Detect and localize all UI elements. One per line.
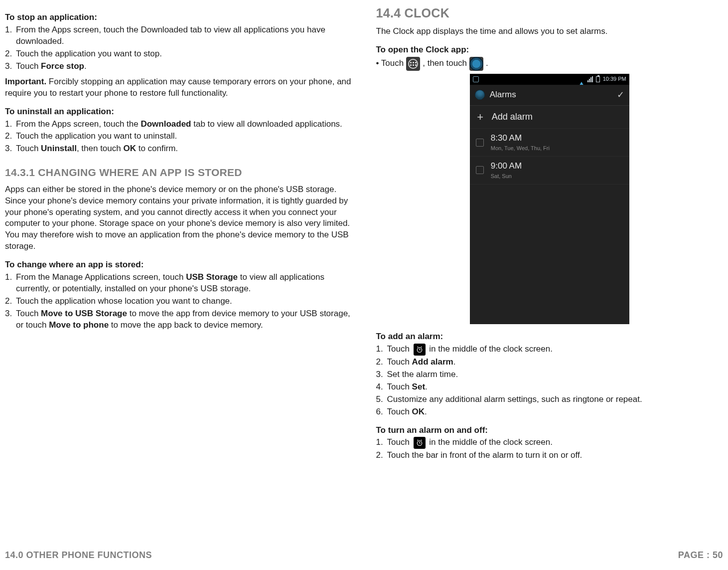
status-bar: 10:39 PM [470,74,629,85]
open-clock-line: • Touch , then touch . [376,57,724,71]
alarm-row[interactable]: 9:00 AM Sat, Sun [470,157,629,185]
list-item: 2.Touch the bar in front of the alarm to… [376,450,724,461]
alarm-row[interactable]: 8:30 AM Mon, Tue, Wed, Thu, Fri [470,129,629,157]
status-time: 10:39 PM [603,75,626,83]
alarm-time: 9:00 AM [491,161,522,172]
list-item: 2.Touch the application you want to stop… [5,48,352,60]
alarm-days: Sat, Sun [491,173,522,180]
svg-line-3 [417,347,418,347]
svg-line-8 [417,440,418,440]
list-item: 6.Touch OK. [376,406,724,418]
uninstall-steps: 1.From the Apps screen, touch the Downlo… [5,119,352,155]
svg-line-4 [421,347,422,347]
battery-icon [596,76,600,82]
signal-icon [587,76,593,82]
storage-paragraph: Apps can either be stored in the phone's… [5,184,352,253]
list-item: 1.From the Manage Applications screen, t… [5,272,352,295]
important-note: Important. Forcibly stopping an applicat… [5,76,352,99]
toggle-alarm-steps: 1.Touch in the middle of the clock scree… [376,437,724,461]
list-item: 3.Set the alarm time. [376,369,724,380]
wifi-icon [579,75,584,83]
section-heading-14-3-1: 14.3.1 CHANGING WHERE AN APP IS STORED [5,166,352,180]
app-bar: Alarms ✓ [470,85,629,106]
right-column: 14.4 CLOCK The Clock app displays the ti… [376,5,724,534]
heading-stop-app: To stop an application: [5,12,352,23]
heading-add-alarm: To add an alarm: [376,331,724,343]
list-item: 3.Touch Force stop. [5,61,352,72]
list-item: 2.Touch Add alarm. [376,357,724,368]
left-column: To stop an application: 1.From the Apps … [5,5,352,534]
add-alarm-steps: 1.Touch in the middle of the clock scree… [376,344,724,418]
alarm-appbar-icon [475,90,485,100]
clock-app-icon [469,57,483,71]
alarm-icon [414,344,426,356]
alarm-time: 8:30 AM [491,133,550,144]
appbar-title: Alarms [490,89,612,101]
svg-line-9 [421,440,422,440]
heading-change-storage: To change where an app is stored: [5,259,352,271]
stop-app-steps: 1.From the Apps screen, touch the Downlo… [5,24,352,72]
list-item: 5.Customize any additional alarm setting… [376,394,724,405]
list-item: 2.Touch the application whose location y… [5,296,352,307]
phone-filler [470,185,629,324]
debug-icon [473,76,479,82]
change-storage-steps: 1.From the Manage Applications screen, t… [5,272,352,331]
plus-icon: + [476,110,485,125]
done-icon[interactable]: ✓ [617,89,624,101]
page-footer: 14.0 OTHER PHONE FUNCTIONS PAGE : 50 [5,549,723,561]
heading-toggle-alarm: To turn an alarm on and off: [376,425,724,436]
list-item: 1.Touch in the middle of the clock scree… [376,344,724,356]
heading-uninstall: To uninstall an application: [5,106,352,118]
checkbox-icon[interactable] [476,139,484,147]
section-heading-14-4: 14.4 CLOCK [376,5,724,22]
phone-screenshot: 10:39 PM Alarms ✓ + Add alarm 8:3 [376,74,724,324]
list-item: 4.Touch Set. [376,381,724,393]
apps-grid-icon [406,57,420,71]
list-item: 1.From the Apps screen, touch the Downlo… [5,119,352,130]
list-item: 1.Touch in the middle of the clock scree… [376,437,724,449]
alarm-days: Mon, Tue, Wed, Thu, Fri [491,145,550,152]
list-item: 3.Touch Uninstall, then touch OK to conf… [5,143,352,155]
list-item: 2.Touch the application you want to unin… [5,131,352,142]
checkbox-icon[interactable] [476,166,484,174]
clock-intro: The Clock app displays the time and allo… [376,26,724,37]
footer-right: PAGE : 50 [678,549,723,561]
alarm-icon [414,437,426,449]
heading-open-clock: To open the Clock app: [376,44,724,56]
list-item: 1.From the Apps screen, touch the Downlo… [5,24,352,47]
list-item: 3. Touch Move to USB Storage to move the… [5,308,352,331]
add-alarm-row[interactable]: + Add alarm [470,106,629,129]
footer-left: 14.0 OTHER PHONE FUNCTIONS [5,549,152,561]
add-alarm-label: Add alarm [492,111,533,123]
